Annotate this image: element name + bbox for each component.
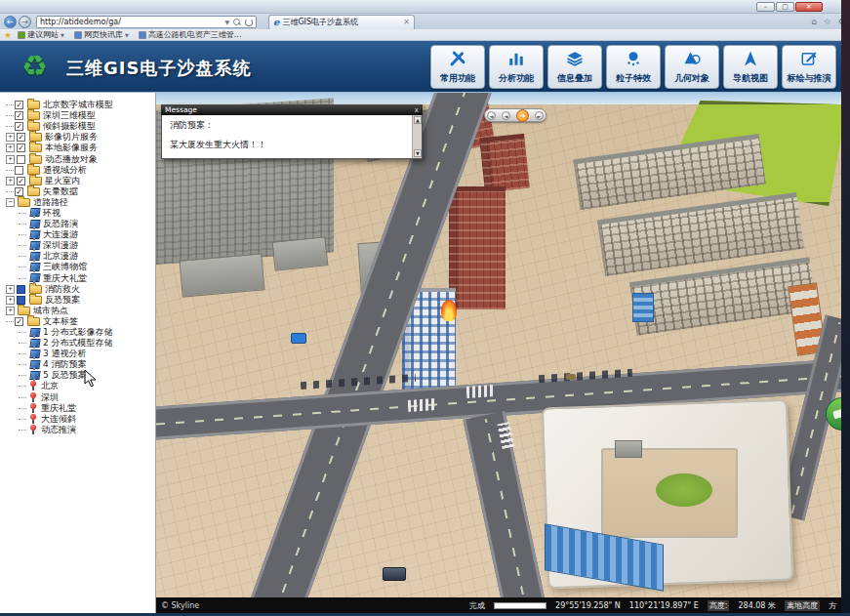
plot-icon: [799, 50, 819, 71]
step-button[interactable]: ◄: [487, 111, 496, 120]
tree-item[interactable]: +城市热点: [2, 306, 154, 316]
maximize-button[interactable]: ▢: [776, 2, 794, 12]
address-bar[interactable]: http://atidedemo/ga/ ▼: [36, 16, 257, 28]
toolbar-button-navigate[interactable]: 导航视图: [723, 45, 778, 89]
expand-icon[interactable]: +: [6, 285, 15, 294]
browser-tab[interactable]: e 三维GIS电子沙盘系统 ✕: [268, 15, 415, 29]
tree-checkbox[interactable]: ✓: [17, 133, 25, 142]
tree-item[interactable]: ✓矢量数据: [2, 186, 154, 197]
tree-item[interactable]: 大连倾斜: [2, 414, 154, 425]
toolbar-button-chart[interactable]: 分析功能: [489, 45, 544, 89]
brick-building: [479, 134, 530, 193]
tree-connector: [6, 115, 14, 116]
tree-checkbox[interactable]: ✓: [15, 317, 23, 326]
tree-item[interactable]: 环视: [2, 208, 154, 219]
refresh-icon[interactable]: [244, 18, 253, 26]
tree-checkbox[interactable]: ✓: [15, 187, 23, 196]
tree-checkbox[interactable]: [17, 155, 25, 164]
route-icon: [28, 208, 40, 218]
folder-icon: [27, 166, 40, 175]
tree-checkbox[interactable]: ✓: [17, 177, 25, 185]
home-icon[interactable]: ⌂: [811, 17, 817, 26]
tree-item[interactable]: 重庆礼堂: [2, 403, 154, 414]
step-button[interactable]: ◄: [502, 111, 510, 120]
tree-item[interactable]: 大连漫游: [2, 229, 154, 240]
add-favorite-star-icon[interactable]: ★: [4, 30, 12, 40]
tree-connector: [19, 278, 26, 279]
route-icon: [28, 220, 40, 229]
forward-button[interactable]: →: [19, 16, 31, 28]
tree-item[interactable]: 北京: [2, 381, 154, 391]
tree-connector: [19, 256, 26, 257]
back-button[interactable]: ←: [4, 16, 17, 28]
message-close-icon[interactable]: x: [415, 104, 419, 115]
expand-icon[interactable]: +: [6, 296, 15, 305]
bookmark-item[interactable]: 网页快讯库▼: [74, 29, 129, 40]
toolbar-button-layers[interactable]: 信息叠加: [547, 45, 602, 89]
step-button[interactable]: ►: [535, 111, 544, 120]
expand-icon[interactable]: +: [6, 307, 15, 315]
map-viewport-3d[interactable]: Message x 消防预案：某大厦发生重大火情！！ ▲ ▼ ◄◄→► © Sk…: [156, 93, 850, 616]
pin-icon: [29, 403, 37, 414]
tree-item[interactable]: 深圳漫游: [2, 240, 154, 251]
blue-truck: [291, 333, 306, 344]
scroll-down-icon[interactable]: ▼: [414, 149, 422, 157]
route-icon: [28, 349, 40, 359]
tree-connector: [6, 104, 14, 105]
bookmark-item[interactable]: 建议网站▼: [18, 29, 64, 40]
expand-icon[interactable]: +: [6, 155, 15, 164]
tree-checkbox[interactable]: ✓: [15, 122, 23, 131]
tab-title: 三维GIS电子沙盘系统: [282, 17, 358, 27]
toolbar-button-geometry[interactable]: 几何对象: [665, 45, 719, 89]
tree-checkbox[interactable]: ✓: [17, 144, 25, 152]
bookmark-label: 网页快讯库: [84, 29, 123, 40]
tree-connector: [19, 332, 26, 333]
tree-item[interactable]: 深圳: [2, 392, 154, 403]
layer-tree: ✓北京数字城市模型✓深圳三维模型✓倾斜摄影模型+✓影像切片服务+✓本地影像服务+…: [2, 100, 154, 435]
expand-icon[interactable]: +: [6, 144, 15, 152]
navigate-icon: [741, 50, 760, 71]
toolbar-button-particles[interactable]: 粒子特效: [606, 45, 661, 89]
message-scrollbar[interactable]: ▲ ▼: [412, 115, 422, 158]
toolbar-button-plot[interactable]: 标绘与推演: [782, 45, 836, 89]
tree-item[interactable]: 5 反恐预案: [2, 370, 154, 381]
tree-checkbox[interactable]: ✓: [15, 101, 23, 109]
tree-item[interactable]: 反恐路演: [2, 219, 154, 229]
app-header: ♻ 三维GIS电子沙盘系统 常用功能分析功能信息叠加粒子特效几何对象导航视图标绘…: [0, 41, 850, 93]
chevron-down-icon[interactable]: ▼: [224, 19, 229, 25]
expand-icon[interactable]: +: [6, 133, 15, 142]
close-button[interactable]: ✕: [795, 2, 823, 12]
bookmark-item[interactable]: 高速公路机电资产三维管...: [139, 29, 242, 40]
route-icon: [28, 273, 40, 283]
tree-connector: [19, 353, 26, 354]
tree-item[interactable]: +反恐预案: [2, 295, 154, 306]
collapse-icon[interactable]: −: [6, 198, 15, 207]
tree-connector: [19, 234, 26, 235]
minimize-button[interactable]: –: [756, 2, 775, 12]
message-popup-titlebar[interactable]: Message x: [161, 104, 423, 115]
play-button[interactable]: →: [516, 109, 529, 122]
favorites-star-icon[interactable]: ☆: [824, 17, 831, 26]
tree-connector: [19, 386, 26, 387]
expand-icon[interactable]: +: [6, 177, 15, 185]
tree-item[interactable]: +✓星火室内: [2, 176, 154, 186]
tree-checkbox[interactable]: [17, 285, 25, 294]
tree-checkbox[interactable]: ✓: [15, 111, 23, 120]
tree-checkbox[interactable]: [17, 296, 25, 305]
direction-label: 方: [829, 600, 836, 611]
pin-icon: [29, 381, 37, 391]
scroll-up-icon[interactable]: ▲: [414, 116, 422, 124]
search-icon[interactable]: [232, 18, 241, 26]
toolbar-button-tools[interactable]: 常用功能: [430, 45, 485, 89]
bookmarks-bar: ★ 建议网站▼网页快讯库▼高速公路机电资产三维管...: [0, 29, 850, 41]
tab-close-icon[interactable]: ✕: [403, 18, 410, 26]
window-controls: – ▢ ✕: [756, 2, 823, 12]
tree-item-label: 动态推演: [41, 424, 76, 436]
status-bar: © Skyline 完成 29°55'19.258" N 110°21'19.8…: [156, 597, 850, 613]
folder-icon: [27, 122, 40, 131]
tree-item[interactable]: −道路路径: [2, 197, 154, 208]
tree-connector: [19, 419, 26, 420]
tree-checkbox[interactable]: [15, 166, 23, 175]
tree-item[interactable]: 动态推演: [2, 425, 154, 435]
folder-icon: [29, 285, 42, 294]
